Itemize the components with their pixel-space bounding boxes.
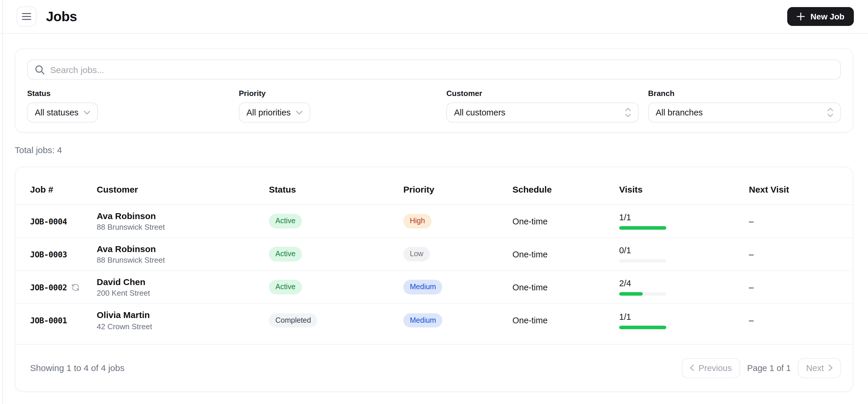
job-number: JOB-0003 bbox=[30, 249, 97, 259]
total-jobs-count: Total jobs: 4 bbox=[15, 145, 868, 155]
next-visit-value: – bbox=[749, 316, 838, 325]
status-cell: Active bbox=[269, 214, 403, 229]
status-filter-group: Status All statuses bbox=[27, 89, 239, 123]
customer-address: 88 Brunswick Street bbox=[97, 256, 269, 265]
visits-progress-track bbox=[619, 226, 666, 230]
search-box bbox=[27, 60, 841, 79]
priority-cell: Low bbox=[403, 247, 513, 262]
schedule-value: One-time bbox=[513, 216, 619, 226]
hamburger-icon bbox=[22, 12, 31, 21]
branch-filter-label: Branch bbox=[648, 89, 841, 98]
chevron-down-icon bbox=[296, 110, 303, 114]
chevron-right-icon bbox=[829, 365, 833, 371]
visits-progress-track bbox=[619, 325, 666, 329]
column-header-schedule: Schedule bbox=[513, 184, 619, 194]
visits-cell: 2/4 bbox=[619, 278, 749, 296]
job-number-text: JOB-0003 bbox=[30, 249, 67, 259]
job-number: JOB-0002 bbox=[30, 282, 97, 292]
customer-name: Ava Robinson bbox=[97, 210, 269, 222]
table-row[interactable]: JOB-0003Ava Robinson88 Brunswick StreetA… bbox=[16, 238, 852, 271]
customer-cell: David Chen200 Kent Street bbox=[97, 276, 269, 298]
customer-filter-select[interactable]: All customers bbox=[446, 102, 639, 123]
status-badge: Active bbox=[269, 214, 302, 229]
filters-row: Status All statuses Priority All priorit… bbox=[27, 89, 841, 123]
previous-page-button[interactable]: Previous bbox=[681, 358, 740, 378]
status-badge: Active bbox=[269, 280, 302, 295]
next-visit-value: – bbox=[749, 249, 838, 259]
job-number: JOB-0001 bbox=[30, 316, 97, 325]
new-job-label: New Job bbox=[810, 12, 844, 21]
branch-filter-group: Branch All branches bbox=[648, 89, 841, 123]
visits-cell: 1/1 bbox=[619, 212, 749, 230]
column-header-visits: Visits bbox=[619, 184, 749, 194]
visits-progress-track bbox=[619, 259, 666, 263]
priority-badge: Low bbox=[403, 247, 430, 262]
search-input[interactable] bbox=[50, 65, 833, 74]
visits-cell: 0/1 bbox=[619, 245, 749, 263]
priority-filter-label: Priority bbox=[239, 89, 446, 98]
visits-progress-track bbox=[619, 292, 666, 296]
table-bottom-spacer bbox=[16, 337, 852, 344]
priority-badge: Medium bbox=[403, 313, 442, 328]
customer-name: Olivia Martin bbox=[97, 310, 269, 321]
priority-badge: Medium bbox=[403, 280, 442, 295]
table-row[interactable]: JOB-0004Ava Robinson88 Brunswick StreetA… bbox=[16, 205, 852, 238]
visits-count: 1/1 bbox=[619, 312, 749, 321]
priority-cell: High bbox=[403, 214, 513, 229]
customer-name: Ava Robinson bbox=[97, 243, 269, 255]
job-number-text: JOB-0004 bbox=[30, 216, 67, 226]
status-cell: Active bbox=[269, 280, 403, 295]
visits-count: 1/1 bbox=[619, 212, 749, 222]
next-visit-value: – bbox=[749, 216, 838, 226]
job-number-text: JOB-0001 bbox=[30, 316, 67, 325]
page-info: Page 1 of 1 bbox=[747, 363, 791, 372]
branch-filter-value: All branches bbox=[656, 108, 703, 117]
visits-progress-fill bbox=[619, 226, 666, 230]
table-row[interactable]: JOB-0001Olivia Martin42 Crown StreetComp… bbox=[16, 304, 852, 337]
priority-cell: Medium bbox=[403, 313, 513, 328]
top-bar: Jobs New Job bbox=[0, 0, 868, 34]
customer-cell: Olivia Martin42 Crown Street bbox=[97, 310, 269, 331]
visits-cell: 1/1 bbox=[619, 312, 749, 329]
priority-filter-group: Priority All priorities bbox=[239, 89, 446, 123]
customer-address: 200 Kent Street bbox=[97, 289, 269, 298]
customer-cell: Ava Robinson88 Brunswick Street bbox=[97, 243, 269, 265]
status-filter-value: All statuses bbox=[35, 108, 79, 117]
previous-page-label: Previous bbox=[699, 363, 732, 372]
chevron-up-down-icon bbox=[625, 108, 631, 117]
filters-card: Status All statuses Priority All priorit… bbox=[15, 48, 853, 133]
priority-filter-dropdown[interactable]: All priorities bbox=[239, 102, 310, 123]
next-visit-value: – bbox=[749, 282, 838, 292]
next-page-button[interactable]: Next bbox=[798, 358, 841, 378]
visits-progress-fill bbox=[619, 292, 643, 296]
priority-badge: High bbox=[403, 214, 431, 229]
visits-count: 0/1 bbox=[619, 245, 749, 255]
status-filter-label: Status bbox=[27, 89, 239, 98]
customer-address: 42 Crown Street bbox=[97, 322, 269, 331]
status-cell: Active bbox=[269, 247, 403, 262]
column-header-job: Job # bbox=[30, 184, 97, 194]
customer-cell: Ava Robinson88 Brunswick Street bbox=[97, 210, 269, 232]
priority-cell: Medium bbox=[403, 280, 513, 295]
schedule-value: One-time bbox=[513, 282, 619, 292]
jobs-page: Jobs New Job Status All statuse bbox=[0, 0, 868, 404]
menu-button[interactable] bbox=[17, 6, 36, 27]
search-icon bbox=[35, 65, 45, 74]
new-job-button[interactable]: New Job bbox=[787, 7, 854, 26]
visits-progress-fill bbox=[619, 325, 666, 329]
chevron-left-icon bbox=[690, 365, 694, 371]
visits-count: 2/4 bbox=[619, 278, 749, 288]
column-header-priority: Priority bbox=[403, 184, 513, 194]
jobs-table-card: Job #CustomerStatusPriorityScheduleVisit… bbox=[15, 167, 853, 392]
status-badge: Active bbox=[269, 247, 302, 262]
branch-filter-select[interactable]: All branches bbox=[648, 102, 841, 123]
page-title: Jobs bbox=[46, 8, 77, 25]
customer-name: David Chen bbox=[97, 276, 269, 288]
showing-summary: Showing 1 to 4 of 4 jobs bbox=[30, 363, 124, 373]
customer-filter-value: All customers bbox=[454, 108, 505, 117]
customer-filter-label: Customer bbox=[446, 89, 648, 98]
status-filter-dropdown[interactable]: All statuses bbox=[27, 102, 98, 123]
customer-address: 88 Brunswick Street bbox=[97, 223, 269, 232]
table-row[interactable]: JOB-0002David Chen200 Kent StreetActiveM… bbox=[16, 271, 852, 304]
plus-icon bbox=[797, 12, 805, 21]
